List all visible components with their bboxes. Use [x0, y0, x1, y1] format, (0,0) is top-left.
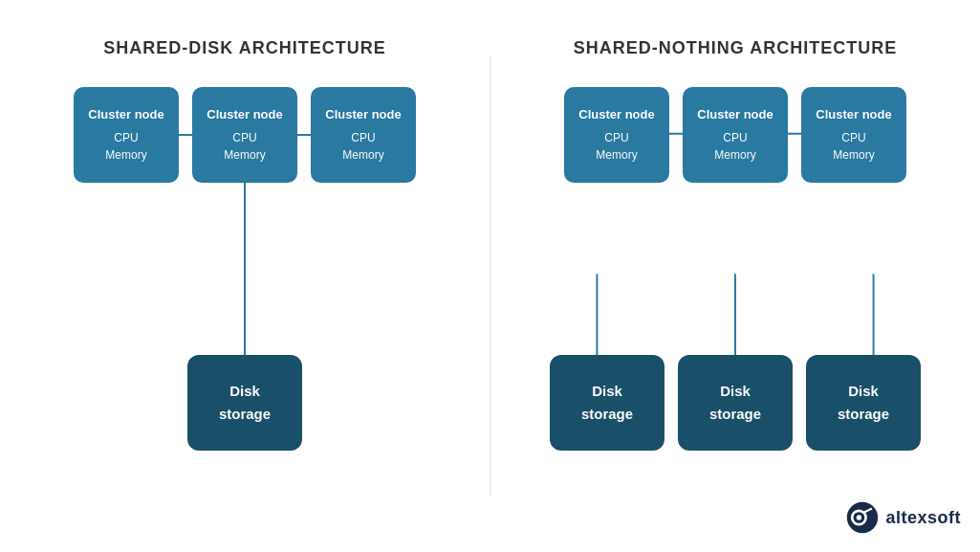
sn-node-3-sub: CPUMemory	[833, 129, 874, 164]
sn-storage-1-label: Diskstorage	[581, 380, 633, 426]
sn-node-3: Cluster node CPUMemory	[801, 87, 906, 183]
sn-storage-3-label: Diskstorage	[838, 380, 889, 426]
sn-storage-2: Diskstorage	[678, 355, 793, 451]
logo: altexsoft	[845, 500, 961, 535]
sd-node-3-label: Cluster node	[325, 106, 401, 123]
shared-disk-title: SHARED-DISK ARCHITECTURE	[103, 38, 385, 58]
sd-node-3-sub: CPUMemory	[342, 129, 383, 164]
altexsoft-logo-icon	[845, 500, 880, 535]
shared-nothing-diagram: Cluster node CPUMemory Cluster node CPUM…	[534, 87, 936, 489]
sn-storage-2-label: Diskstorage	[709, 380, 761, 426]
logo-text: altexsoft	[885, 508, 961, 528]
shared-nothing-section: SHARED-NOTHING ARCHITECTURE	[490, 0, 980, 552]
sn-storage-3: Diskstorage	[806, 355, 921, 451]
sd-node-1-label: Cluster node	[88, 106, 163, 123]
sn-node-2-sub: CPUMemory	[714, 129, 755, 164]
sn-node-2: Cluster node CPUMemory	[683, 87, 788, 183]
sd-node-2: Cluster node CPUMemory	[192, 87, 297, 183]
sd-node-3: Cluster node CPUMemory	[311, 87, 416, 183]
sd-node-1: Cluster node CPUMemory	[74, 87, 179, 183]
sn-node-1-sub: CPUMemory	[596, 129, 637, 164]
sd-nodes-row: Cluster node CPUMemory Cluster node CPUM…	[74, 87, 416, 183]
sn-storage-1: Diskstorage	[550, 355, 664, 451]
svg-point-18	[857, 515, 861, 519]
sn-node-1: Cluster node CPUMemory	[564, 87, 669, 183]
sd-node-2-label: Cluster node	[207, 106, 282, 123]
sd-node-2-sub: CPUMemory	[224, 129, 265, 164]
sn-node-3-label: Cluster node	[816, 106, 891, 123]
sd-storage: Diskstorage	[187, 355, 302, 451]
sn-nodes-row: Cluster node CPUMemory Cluster node CPUM…	[564, 87, 906, 183]
shared-nothing-title: SHARED-NOTHING ARCHITECTURE	[574, 38, 897, 58]
page-container: SHARED-DISK ARCHITECTURE Cluste	[0, 0, 980, 552]
shared-disk-section: SHARED-DISK ARCHITECTURE Cluste	[0, 0, 490, 552]
sd-node-1-sub: CPUMemory	[105, 129, 146, 164]
sn-storages-row: Diskstorage Diskstorage Diskstorage	[550, 355, 921, 451]
sn-node-2-label: Cluster node	[697, 106, 773, 123]
shared-disk-diagram: Cluster node CPUMemory Cluster node CPUM…	[63, 87, 426, 489]
sd-storage-box: Diskstorage	[187, 355, 302, 451]
sn-node-1-label: Cluster node	[578, 106, 654, 123]
sd-storage-label: Diskstorage	[219, 380, 271, 426]
